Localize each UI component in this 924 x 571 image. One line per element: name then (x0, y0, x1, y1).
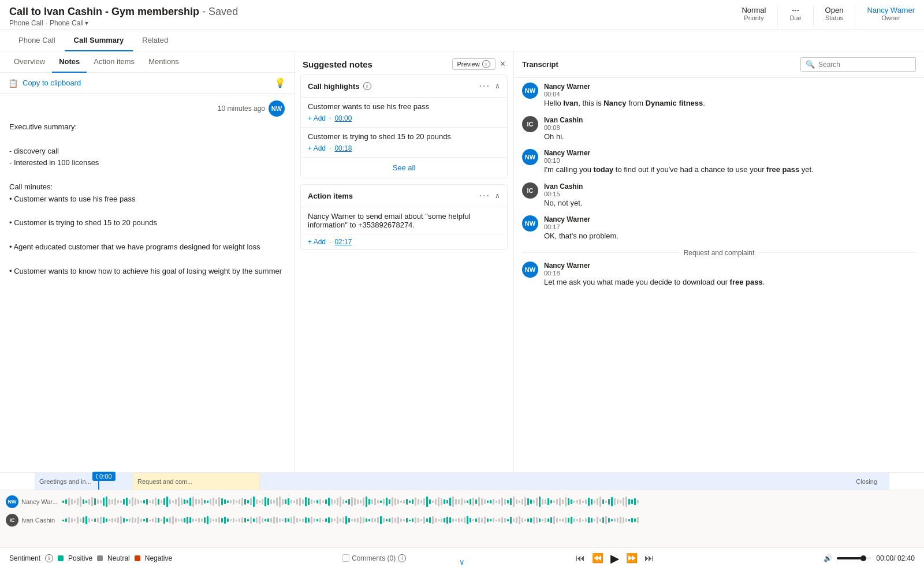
breadcrumb-2-label: Phone Call (50, 19, 84, 27)
transcript-name-1: Nancy Warner (544, 83, 705, 91)
right-panel: Transcript 🔍 NW Nancy Warner 00:04 Hello… (514, 51, 924, 472)
positive-label: Positive (68, 554, 92, 562)
sub-tabs: Overview Notes Action items Mentions (0, 51, 294, 73)
sub-tab-notes[interactable]: Notes (52, 51, 87, 73)
scroll-down-indicator[interactable]: ∨ (459, 558, 465, 566)
transcript-name-5: Nancy Warner (544, 215, 619, 223)
transcript-name-3: Nancy Warner (544, 149, 814, 157)
timeline-bar[interactable]: 00:00 Greetings and in... Request and co… (0, 473, 924, 490)
preview-badge[interactable]: Preview i (452, 58, 495, 70)
transcript-time-6: 00:18 (544, 270, 765, 277)
highlight-time-1[interactable]: 00:00 (334, 114, 352, 122)
transcript-meta-6: NW (522, 262, 538, 288)
transcript-name-6: Nancy Warner (544, 262, 765, 270)
segment-greet-label: Greetings and in... (39, 478, 91, 485)
transcript-meta-3: NW (522, 149, 538, 176)
play-button[interactable]: ▶ (610, 551, 619, 565)
call-highlights-more-button[interactable]: ··· (479, 81, 490, 91)
volume-thumb (860, 555, 866, 561)
action-item-text: Nancy Warner to send email about "some h… (301, 207, 507, 234)
notes-toolbar: 📋 Copy to clipboard 💡 (0, 73, 294, 94)
suggested-notes-header: Suggested notes Preview i × (295, 51, 513, 74)
sub-tab-mentions[interactable]: Mentions (141, 51, 186, 73)
comments-checkbox[interactable] (342, 554, 349, 562)
timestamp-text: 10 minutes ago (218, 105, 265, 113)
priority-meta: Normal Priority (742, 6, 766, 21)
action-items-collapse-button[interactable]: ∧ (495, 192, 500, 200)
timeline-marker-label: 00:00 (92, 472, 116, 481)
sub-tab-action-items[interactable]: Action items (87, 51, 141, 73)
action-items-more-button[interactable]: ··· (479, 191, 490, 201)
preview-info-icon[interactable]: i (482, 60, 490, 68)
skip-to-end-button[interactable]: ⏭ (644, 553, 654, 563)
status-value: Open (825, 6, 844, 14)
tab-related[interactable]: Related (133, 30, 177, 51)
action-item-time[interactable]: 02:17 (334, 238, 352, 246)
notes-timestamp: 10 minutes ago NW (9, 100, 285, 117)
avatar-ic-1: IC (522, 116, 538, 132)
call-highlights-collapse-button[interactable]: ∧ (495, 82, 500, 90)
close-suggested-notes-button[interactable]: × (500, 59, 505, 69)
transcript-entry-5: NW Nancy Warner 00:17 OK, that's no prob… (522, 215, 916, 242)
fast-forward-button[interactable]: ⏩ (626, 553, 638, 563)
due-meta: --- Due (789, 6, 801, 21)
neutral-label: Neutral (107, 554, 130, 562)
add-highlight-2-button[interactable]: + Add (308, 144, 326, 152)
suggested-notes-title: Suggested notes (303, 59, 372, 69)
transcript-name-2: Ivan Cashin (544, 116, 583, 124)
comments-info-icon[interactable]: i (398, 554, 406, 562)
header-sep-1 (777, 6, 778, 27)
action-items-header: Action items ··· ∧ (301, 185, 507, 207)
highlight-time-2[interactable]: 00:18 (334, 144, 352, 152)
separator-dot-2: · (329, 144, 331, 152)
volume-section: 🔊 00:00/ 02:40 (824, 554, 915, 562)
waveform-bars-nw[interactable] (62, 495, 918, 509)
timeline-segment-request[interactable]: Request and com... (133, 473, 260, 490)
transcript-title: Transcript (522, 60, 558, 69)
sentiment-label: Sentiment (9, 554, 40, 562)
status-label: Status (825, 14, 844, 21)
header-subtitle: Phone Call · Phone Call ▾ (9, 19, 238, 27)
app-header: Call to Ivan Cashin - Gym membership - S… (0, 0, 924, 30)
transcript-body-6: Nancy Warner 00:18 Let me ask you what m… (544, 262, 765, 288)
notes-content: 10 minutes ago NW Executive summary: - d… (0, 94, 294, 472)
add-highlight-1-button[interactable]: + Add (308, 114, 326, 122)
tab-phone-call[interactable]: Phone Call (9, 30, 65, 51)
sentiment-positive-dot (58, 555, 64, 561)
avatar-nw-3: NW (522, 215, 538, 232)
notes-fade (0, 426, 294, 449)
sub-tab-overview[interactable]: Overview (7, 51, 52, 73)
call-highlights-info-icon[interactable]: i (363, 82, 371, 90)
skip-to-start-button[interactable]: ⏮ (576, 553, 585, 563)
segment-closing-label: Closing (856, 478, 877, 485)
current-time: 00:00 (876, 554, 893, 562)
waveform-area: NW Nancy War... IC Ivan Cashin (0, 490, 924, 529)
copy-to-clipboard-button[interactable]: 📋 Copy to clipboard (8, 79, 81, 88)
add-action-label: + Add (308, 238, 326, 246)
see-all-button[interactable]: See all (301, 157, 507, 178)
tab-call-summary[interactable]: Call Summary (65, 30, 133, 51)
notes-body: Executive summary: - discovery call - In… (9, 121, 285, 277)
volume-slider[interactable] (837, 557, 871, 559)
separator-dot-3: · (329, 238, 331, 246)
rewind-button[interactable]: ⏪ (592, 553, 603, 563)
transcript-search-box[interactable]: 🔍 (800, 57, 916, 72)
transcript-body-2: Ivan Cashin 00:08 Oh hi. (544, 116, 583, 143)
waveform-name-nw: Nancy War... (21, 498, 58, 505)
timeline-segment-greet[interactable]: Greetings and in... (35, 473, 133, 490)
transcript-text-2: Oh hi. (544, 131, 583, 143)
waveform-row-ic: IC Ivan Cashin (0, 511, 924, 529)
sentiment-info-icon[interactable]: i (45, 554, 53, 562)
highlight-item-1: Customer wants to use his free pass + Ad… (301, 97, 507, 127)
header-left: Call to Ivan Cashin - Gym membership - S… (9, 6, 238, 27)
search-input[interactable] (818, 61, 911, 69)
waveform-bars-ic[interactable] (62, 513, 918, 527)
highlight-actions-1: + Add · 00:00 (308, 114, 500, 122)
action-item-add-button[interactable]: + Add · 02:17 (301, 234, 507, 249)
comments-section[interactable]: Comments (0) i (342, 554, 406, 562)
transcript-text-6: Let me ask you what made you decide to d… (544, 277, 765, 288)
owner-value[interactable]: Nancy Warner (867, 6, 915, 14)
breadcrumb-2-dropdown[interactable]: Phone Call ▾ (50, 19, 88, 27)
timeline-segment-closing[interactable]: Closing (260, 473, 889, 490)
header-sep-3 (855, 6, 855, 27)
